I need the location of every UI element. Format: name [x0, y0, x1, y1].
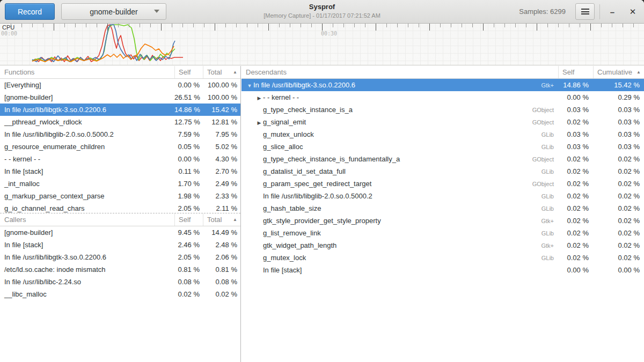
- function-row[interactable]: __pthread_rwlock_rdlock 12.75 % 12.81 %: [0, 116, 240, 128]
- self-percent: 2.46 %: [174, 241, 203, 249]
- function-row[interactable]: [Everything] 0.00 % 100.00 %: [0, 79, 240, 91]
- ruler-tick: [150, 24, 151, 27]
- self-percent: 14.86 %: [174, 106, 203, 114]
- minimize-button[interactable]: –: [603, 0, 621, 24]
- function-row[interactable]: /etc/ld.so.cache: inode mismatch 0.81 % …: [0, 263, 240, 276]
- function-name: - - kernel - -: [0, 155, 174, 163]
- self-percent: 0.02 %: [174, 290, 203, 298]
- callers-column-header[interactable]: Callers: [0, 213, 174, 226]
- ruler-tick: [247, 24, 247, 27]
- ruler-tick: [612, 24, 612, 27]
- function-row[interactable]: In file /usr/lib/libc-2.24.so 0.08 % 0.0…: [0, 276, 240, 288]
- total-percent: 12.81 %: [203, 118, 240, 126]
- descendant-row[interactable]: g_hash_table_size GLib 0.02 % 0.02 %: [241, 202, 644, 215]
- function-row[interactable]: In file /usr/lib/libglib-2.0.so.0.5000.2…: [0, 128, 240, 141]
- self-percent: 9.45 %: [174, 228, 203, 237]
- function-row[interactable]: __libc_malloc 0.02 % 0.02 %: [0, 288, 240, 300]
- self-percent: 0.03 %: [558, 130, 593, 138]
- cpu-graph-label: CPU: [2, 24, 14, 31]
- function-row[interactable]: [gnome-builder] 9.45 % 14.49 %: [0, 226, 240, 239]
- total-column-label: Total: [207, 216, 222, 224]
- cumulative-percent: 0.03 %: [593, 143, 644, 151]
- ruler-tick: [161, 24, 162, 31]
- descendant-row[interactable]: gtk_style_provider_get_style_property Gt…: [241, 215, 644, 227]
- expander-icon[interactable]: ▼: [246, 83, 253, 88]
- descendant-name: gtk_widget_path_length: [241, 241, 521, 249]
- time-ruler: [0, 24, 644, 31]
- self-percent: 0.02 %: [558, 254, 593, 262]
- descendants-cumulative-column-header[interactable]: Cumulative ▲: [593, 66, 644, 78]
- function-name: In file [stack]: [0, 241, 174, 249]
- function-name: _int_malloc: [0, 180, 174, 188]
- self-percent: 1.70 %: [174, 180, 203, 188]
- descendant-row[interactable]: g_mutex_lock GLib 0.02 % 0.02 %: [241, 252, 644, 264]
- descendant-row[interactable]: g_datalist_id_set_data_full GLib 0.02 % …: [241, 165, 644, 178]
- descendant-row[interactable]: g_slice_alloc GLib 0.03 % 0.03 %: [241, 141, 644, 153]
- function-row[interactable]: In file [stack] 2.46 % 2.48 %: [0, 239, 240, 251]
- function-row[interactable]: In file /usr/lib/libgtk-3.so.0.2200.6 14…: [0, 104, 240, 116]
- self-percent: 0.11 %: [174, 167, 203, 175]
- ruler-tick: [419, 24, 419, 27]
- pane-separator[interactable]: [240, 66, 241, 362]
- function-row[interactable]: In file /usr/lib/libgtk-3.so.0.2200.6 2.…: [0, 251, 240, 263]
- cumulative-percent: 0.03 %: [593, 130, 644, 138]
- function-name: In file /usr/lib/libc-2.24.so: [0, 278, 174, 286]
- record-button[interactable]: Record: [5, 3, 55, 20]
- function-row[interactable]: [gnome-builder] 26.51 % 100.00 %: [0, 91, 240, 104]
- total-percent: 4.30 %: [203, 155, 240, 163]
- function-row[interactable]: g_markup_parse_context_parse 1.98 % 2.33…: [0, 190, 240, 202]
- headerbar: Record gnome-builder Sysprof [Memory Cap…: [0, 0, 644, 24]
- callers-self-column-header[interactable]: Self: [174, 213, 203, 226]
- cumulative-percent: 0.02 %: [593, 254, 644, 262]
- library-tag: Gtk+: [521, 82, 558, 88]
- descendant-row[interactable]: g_type_check_instance_is_a GObject 0.03 …: [241, 104, 644, 116]
- functions-column-header[interactable]: Functions: [0, 66, 174, 78]
- functions-total-column-header[interactable]: Total ▲: [203, 66, 240, 78]
- total-percent: 14.49 %: [203, 228, 240, 237]
- descendant-row[interactable]: ▶- - kernel - - 0.00 % 0.29 %: [241, 91, 644, 104]
- function-row[interactable]: In file [stack] 0.11 % 2.70 %: [0, 165, 240, 178]
- ruler-tick: [451, 24, 451, 27]
- descendant-row[interactable]: g_param_spec_get_redirect_target GObject…: [241, 178, 644, 190]
- descendant-row[interactable]: ▼In file /usr/lib/libgtk-3.so.0.2200.6 G…: [241, 79, 644, 91]
- function-row[interactable]: g_resource_enumerate_children 0.05 % 5.0…: [0, 141, 240, 153]
- total-percent: 2.11 %: [203, 204, 240, 212]
- ruler-tick: [75, 24, 76, 27]
- descendant-row[interactable]: ▶g_signal_emit GObject 0.02 % 0.03 %: [241, 116, 644, 128]
- functions-panel: Functions Self Total ▲ [Everything] 0.00…: [0, 66, 240, 213]
- self-percent: 1.98 %: [174, 192, 203, 200]
- descendants-self-column-header[interactable]: Self: [558, 66, 593, 78]
- ruler-tick: [118, 24, 119, 27]
- menu-button[interactable]: [575, 3, 595, 20]
- close-button[interactable]: ✕: [624, 0, 642, 24]
- library-tag: GLib: [521, 193, 558, 200]
- total-percent: 2.48 %: [203, 241, 240, 249]
- cpu-timeline-graph[interactable]: CPU 00:00 00:30: [0, 24, 644, 65]
- descendants-column-header[interactable]: Descendants: [241, 66, 558, 78]
- descendant-row[interactable]: g_list_remove_link GLib 0.02 % 0.02 %: [241, 227, 644, 239]
- descendant-row[interactable]: g_mutex_unlock GLib 0.03 % 0.03 %: [241, 128, 644, 141]
- function-row[interactable]: - - kernel - - 0.00 % 4.30 %: [0, 153, 240, 165]
- functions-self-column-header[interactable]: Self: [174, 66, 203, 78]
- callers-total-column-header[interactable]: Total ▲: [203, 213, 240, 226]
- ruler-tick: [268, 24, 269, 31]
- target-process-dropdown[interactable]: gnome-builder: [61, 3, 166, 20]
- cumulative-percent: 0.02 %: [593, 155, 644, 163]
- self-percent: 0.81 %: [174, 265, 203, 274]
- ruler-tick: [129, 24, 129, 27]
- self-percent: 0.00 %: [558, 266, 593, 274]
- cumulative-percent: 0.02 %: [593, 204, 644, 212]
- function-row[interactable]: g_io_channel_read_chars 2.05 % 2.11 %: [0, 202, 240, 213]
- descendant-name: g_slice_alloc: [241, 143, 521, 151]
- expander-icon[interactable]: ▶: [255, 120, 263, 125]
- ruler-tick: [537, 24, 537, 31]
- descendant-row[interactable]: gtk_widget_path_length Gtk+ 0.02 % 0.02 …: [241, 239, 644, 252]
- descendant-row[interactable]: g_type_check_instance_is_fundamentally_a…: [241, 153, 644, 165]
- expander-icon[interactable]: ▶: [255, 95, 263, 101]
- descendant-row[interactable]: In file [stack] 0.00 % 0.00 %: [241, 264, 644, 276]
- descendant-row[interactable]: In file /usr/lib/libglib-2.0.so.0.5000.2…: [241, 190, 644, 202]
- ruler-tick: [569, 24, 569, 27]
- function-row[interactable]: _int_malloc 1.70 % 2.49 %: [0, 178, 240, 190]
- function-name: __pthread_rwlock_rdlock: [0, 118, 174, 126]
- descendant-name: g_mutex_unlock: [241, 130, 521, 138]
